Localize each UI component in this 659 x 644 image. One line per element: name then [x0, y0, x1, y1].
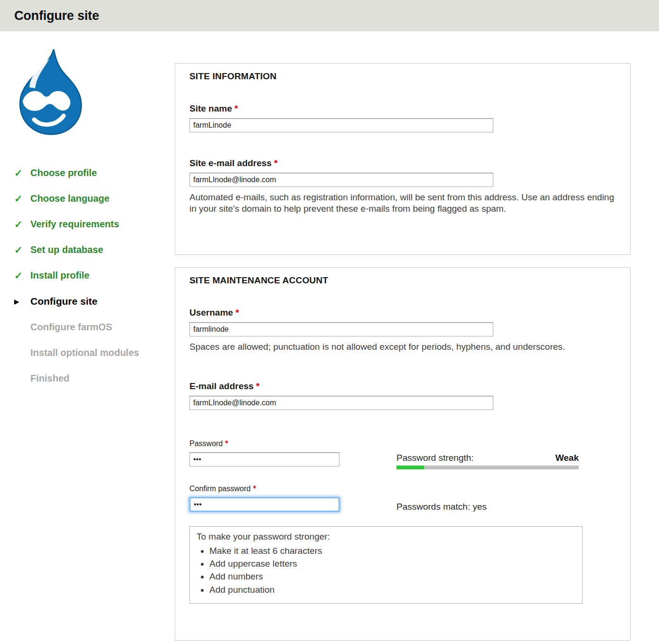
password-strength-label: Password strength: — [396, 453, 474, 463]
required-asterisk: * — [225, 439, 228, 448]
sidebar-item-label: Install profile — [30, 270, 89, 281]
main-content: SITE INFORMATION Site name* Site e-mail … — [175, 63, 631, 644]
sidebar-item-set-up-database: ✓Set up database — [14, 244, 175, 255]
password-tips-box: To make your password stronger: Make it … — [189, 526, 583, 604]
site-email-field: Site e-mail address* Automated e-mails, … — [189, 158, 616, 215]
username-label: Username* — [189, 308, 616, 318]
password-tip-item: Make it at least 6 characters — [209, 545, 575, 557]
maintenance-account-heading: SITE MAINTENANCE ACCOUNT — [189, 275, 616, 286]
password-tip-item: Add numbers — [209, 571, 575, 582]
check-icon: ✓ — [14, 245, 30, 255]
sidebar-item-label: Configure farmOS — [30, 322, 112, 333]
required-asterisk: * — [253, 485, 256, 493]
sidebar-item-configure-farmos: Configure farmOS — [14, 322, 175, 333]
site-email-description: Automated e-mails, such as registration … — [189, 192, 616, 215]
required-asterisk: * — [235, 103, 238, 113]
password-tip-item: Add punctuation — [209, 584, 575, 596]
sidebar-item-label: Choose language — [30, 193, 110, 204]
username-field: Username* Spaces are allowed; punctuatio… — [189, 308, 616, 353]
install-sidebar: ✓Choose profile✓Choose language✓Verify r… — [0, 31, 175, 644]
confirm-password-label: Confirm password* — [189, 485, 256, 493]
account-email-label: E-mail address* — [189, 381, 616, 392]
site-information-heading: SITE INFORMATION — [189, 71, 616, 82]
maintenance-account-panel: SITE MAINTENANCE ACCOUNT Username* Space… — [175, 267, 631, 641]
sidebar-item-install-profile: ✓Install profile — [14, 270, 175, 281]
check-icon: ✓ — [14, 194, 30, 204]
site-name-label: Site name* — [189, 103, 616, 114]
page-title: Configure site — [14, 9, 99, 23]
account-email-field: E-mail address* — [189, 381, 616, 410]
sidebar-item-label: Verify requirements — [30, 219, 119, 230]
site-email-label: Site e-mail address* — [189, 158, 616, 168]
sidebar-item-configure-site: ▶Configure site — [14, 296, 175, 307]
password-label: Password* — [189, 439, 228, 448]
password-input[interactable] — [189, 452, 339, 467]
confirm-password-field: Confirm password* — [189, 485, 396, 512]
content-layout: ✓Choose profile✓Choose language✓Verify r… — [0, 31, 659, 644]
sidebar-item-install-optional-modules: Install optional modules — [14, 347, 175, 358]
required-asterisk: * — [235, 308, 239, 317]
passwords-match-indicator: Passwords match: yes — [396, 485, 579, 512]
confirm-password-input[interactable] — [189, 497, 339, 512]
sidebar-item-choose-language: ✓Choose language — [14, 193, 175, 204]
account-email-input[interactable] — [189, 396, 493, 410]
sidebar-item-finished: Finished — [14, 373, 175, 384]
check-icon: ✓ — [14, 271, 30, 280]
username-input[interactable] — [189, 322, 493, 336]
install-steps-list: ✓Choose profile✓Choose language✓Verify r… — [0, 168, 175, 384]
site-information-panel: SITE INFORMATION Site name* Site e-mail … — [175, 63, 631, 255]
password-strength-bar — [396, 466, 579, 469]
password-strength-indicator: Password strength: Weak — [396, 439, 579, 469]
sidebar-item-label: Choose profile — [30, 168, 97, 178]
check-icon: ✓ — [14, 168, 30, 178]
passwords-match-label: Passwords match: — [396, 502, 470, 512]
sidebar-item-verify-requirements: ✓Verify requirements — [14, 219, 175, 230]
site-email-input[interactable] — [189, 173, 493, 187]
password-tips-title: To make your password stronger: — [197, 531, 575, 542]
password-tip-item: Add uppercase letters — [209, 558, 575, 569]
confirm-password-row: Confirm password* Passwords match: yes — [189, 485, 616, 512]
password-strength-value: Weak — [555, 453, 579, 463]
passwords-match-value: yes — [473, 502, 487, 512]
password-strength-bar-fill — [396, 466, 424, 469]
password-row: Password* Password strength: Weak — [189, 439, 616, 469]
site-name-input[interactable] — [189, 118, 493, 132]
page-header: Configure site — [0, 0, 659, 31]
password-field: Password* — [189, 439, 396, 469]
sidebar-item-choose-profile: ✓Choose profile — [14, 168, 175, 178]
check-icon: ✓ — [14, 219, 30, 229]
sidebar-item-label: Install optional modules — [30, 347, 139, 358]
sidebar-item-label: Set up database — [30, 244, 103, 255]
arrow-right-icon: ▶ — [14, 299, 30, 305]
required-asterisk: * — [274, 158, 277, 168]
sidebar-item-label: Configure site — [30, 296, 97, 307]
drupal-logo-icon — [9, 47, 88, 140]
username-description: Spaces are allowed; punctuation is not a… — [189, 341, 616, 353]
required-asterisk: * — [256, 381, 259, 391]
password-tips-list: Make it at least 6 charactersAdd upperca… — [197, 545, 575, 596]
site-name-field: Site name* — [189, 103, 616, 132]
sidebar-item-label: Finished — [30, 373, 69, 384]
